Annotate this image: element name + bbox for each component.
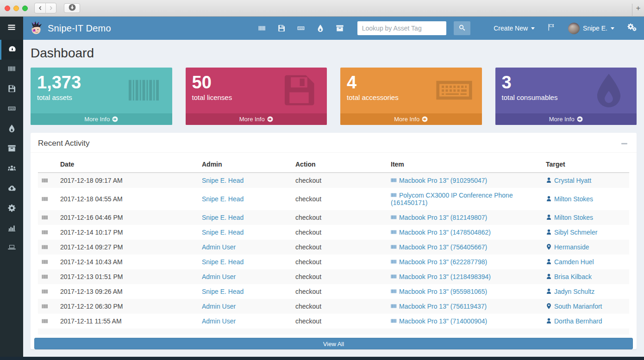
user-name: Snipe E. bbox=[583, 25, 607, 32]
more-info-link[interactable]: More Info bbox=[340, 113, 482, 125]
brand[interactable]: Snipe-IT Demo bbox=[29, 21, 111, 36]
admin-settings-button[interactable] bbox=[627, 23, 637, 33]
target-link[interactable]: Milton Stokes bbox=[546, 214, 593, 221]
chevron-left-icon bbox=[38, 4, 43, 12]
sidebar-item-people[interactable] bbox=[0, 159, 23, 179]
admin-link[interactable]: Snipe E. Head bbox=[202, 214, 244, 221]
create-new-dropdown[interactable]: Create New bbox=[494, 25, 535, 32]
target-link[interactable]: Dortha Bernhard bbox=[546, 317, 602, 325]
target-link[interactable]: Sibyl Schmeler bbox=[546, 229, 597, 236]
recent-activity-panel: Recent Activity DateAdminActionItemTarge… bbox=[31, 133, 637, 349]
barcode-icon bbox=[391, 244, 397, 250]
user-avatar bbox=[568, 23, 580, 34]
laptop-icon bbox=[8, 244, 16, 254]
item-link[interactable]: Macbook Pro 13" (622287798) bbox=[391, 258, 487, 266]
target-link[interactable]: Brisa Kilback bbox=[546, 273, 592, 280]
target-link[interactable]: Milton Stokes bbox=[546, 195, 593, 203]
admin-link[interactable]: Snipe E. Head bbox=[202, 288, 244, 295]
arrow-circle-right-icon bbox=[110, 116, 118, 123]
cell-action: checkout bbox=[292, 225, 387, 240]
barcode-icon bbox=[42, 303, 48, 310]
admin-link[interactable]: Snipe E. Head bbox=[202, 177, 244, 184]
stat-label: total licenses bbox=[192, 93, 321, 101]
item-link[interactable]: Macbook Pro 13" (756119437) bbox=[391, 303, 487, 310]
sidebar-item-components[interactable] bbox=[0, 139, 23, 159]
item-link[interactable]: Macbook Pro 13" (812149807) bbox=[391, 214, 487, 221]
user-menu[interactable]: Snipe E. bbox=[568, 23, 614, 34]
target-link[interactable]: Hermanside bbox=[546, 243, 589, 251]
downloads-button[interactable] bbox=[64, 3, 80, 13]
cell-date: 2017-12-16 04:46 PM bbox=[56, 210, 198, 225]
sidebar-item-import[interactable] bbox=[0, 179, 23, 199]
forward-button[interactable] bbox=[45, 3, 56, 13]
sidebar-item-assets[interactable] bbox=[0, 60, 23, 80]
brand-title: Snipe-IT Demo bbox=[48, 23, 111, 34]
sidebar-item-reports[interactable] bbox=[0, 219, 23, 239]
admin-link[interactable]: Admin User bbox=[202, 303, 236, 310]
more-info-link[interactable]: More Info bbox=[495, 113, 637, 125]
item-link[interactable]: Macbook Pro 13" (910295047) bbox=[391, 177, 487, 184]
more-info-link[interactable]: More Info bbox=[31, 113, 172, 125]
sidebar-item-settings[interactable] bbox=[0, 199, 23, 219]
droplet-icon[interactable] bbox=[317, 25, 324, 32]
panel-title: Recent Activity bbox=[38, 139, 90, 148]
sidebar-item-consumables[interactable] bbox=[0, 119, 23, 139]
search-button[interactable] bbox=[454, 21, 470, 35]
table-row: 2017-12-14 10:17 PM Snipe E. Head checko… bbox=[38, 225, 629, 240]
cell-action: checkout bbox=[292, 210, 387, 225]
zoom-window-button[interactable] bbox=[22, 6, 28, 11]
target-link[interactable]: Crystal Hyatt bbox=[546, 177, 591, 184]
table-row: 2017-12-14 09:27 PM Admin User checkout … bbox=[38, 240, 629, 254]
item-link[interactable]: Macbook Pro 13" (1478504862) bbox=[391, 229, 491, 236]
barcode-icon bbox=[42, 177, 48, 184]
stat-boxes: 1,373 total assets More Info 50 total li… bbox=[31, 68, 637, 125]
item-link[interactable]: Macbook Pro 13" (756405667) bbox=[391, 243, 487, 251]
item-link[interactable]: Macbook Pro 13" (955981065) bbox=[391, 288, 487, 295]
sidebar-item-dashboard[interactable] bbox=[0, 40, 23, 60]
collapse-panel-button[interactable] bbox=[619, 140, 629, 147]
admin-link[interactable]: Snipe E. Head bbox=[202, 229, 244, 236]
user-icon bbox=[546, 229, 552, 235]
target-link[interactable]: Camden Huel bbox=[546, 258, 594, 266]
admin-link[interactable]: Snipe E. Head bbox=[202, 258, 244, 266]
table-row: 2017-12-16 04:46 PM Snipe E. Head checko… bbox=[38, 210, 629, 225]
more-info-link[interactable]: More Info bbox=[186, 113, 327, 125]
minimize-window-button[interactable] bbox=[13, 6, 19, 11]
sidebar-item-licenses[interactable] bbox=[0, 80, 23, 99]
barcode-icon[interactable] bbox=[258, 25, 266, 32]
stat-label: total consumables bbox=[502, 93, 631, 101]
cell-action: checkout bbox=[292, 173, 387, 188]
item-link[interactable]: Polycom CX3000 IP Conference Phone (1614… bbox=[391, 192, 513, 206]
asset-tag-search-input[interactable] bbox=[357, 21, 446, 35]
floppy-icon bbox=[8, 85, 16, 94]
target-link[interactable]: Jadyn Schultz bbox=[546, 288, 594, 295]
close-window-button[interactable] bbox=[5, 6, 10, 11]
admin-link[interactable]: Admin User bbox=[202, 273, 236, 280]
cell-date: 2017-12-11 11:55 AM bbox=[56, 314, 198, 329]
stat-box-total-consumables: 3 total consumables More Info bbox=[495, 68, 637, 125]
admin-link[interactable]: Snipe E. Head bbox=[202, 195, 244, 203]
floppy-icon[interactable] bbox=[278, 25, 285, 32]
sidebar-item-accessories[interactable] bbox=[0, 99, 23, 119]
archive-icon[interactable] bbox=[336, 25, 344, 32]
cell-action: checkout bbox=[292, 314, 387, 329]
item-link[interactable]: Macbook Pro 13" (1218498394) bbox=[391, 273, 491, 280]
flag-menu-button[interactable] bbox=[548, 24, 555, 33]
caret-down-icon bbox=[531, 27, 535, 30]
back-button[interactable] bbox=[35, 3, 45, 13]
cell-action: checkout bbox=[292, 254, 387, 269]
admin-link[interactable]: Admin User bbox=[202, 317, 236, 325]
stat-box-total-accessories: 4 total accessories More Info bbox=[340, 68, 482, 125]
new-tab-button[interactable]: + bbox=[632, 4, 644, 17]
user-icon bbox=[546, 259, 552, 265]
item-link[interactable]: Macbook Pro 13" (714000904) bbox=[391, 317, 487, 325]
column-header-target: Target bbox=[542, 156, 629, 173]
sidebar-item-requestable[interactable] bbox=[0, 239, 23, 259]
bar-chart-icon bbox=[8, 224, 16, 234]
admin-link[interactable]: Admin User bbox=[202, 243, 236, 251]
sidebar-toggle[interactable] bbox=[0, 17, 23, 40]
view-all-button[interactable]: View All bbox=[34, 338, 633, 349]
target-link[interactable]: South Marianfort bbox=[546, 303, 602, 310]
user-icon bbox=[546, 318, 552, 324]
keyboard-icon[interactable] bbox=[297, 25, 305, 32]
